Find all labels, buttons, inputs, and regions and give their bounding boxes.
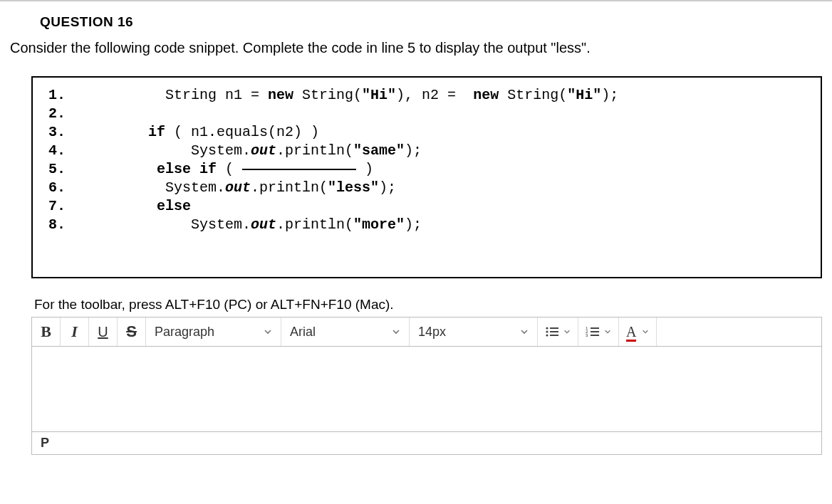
line-number: 5. <box>48 160 80 179</box>
chevron-down-icon <box>392 327 400 336</box>
font-size-select[interactable]: 14px <box>410 317 538 346</box>
text-color-icon: A <box>626 324 636 340</box>
line-number: 6. <box>48 179 80 197</box>
svg-point-0 <box>546 327 548 329</box>
block-format-select[interactable]: Paragraph <box>146 317 281 346</box>
svg-rect-11 <box>591 335 599 336</box>
line-number: 8. <box>48 216 80 234</box>
svg-point-4 <box>546 334 548 336</box>
line-number: 4. <box>48 142 80 160</box>
code-line: else <box>80 197 191 216</box>
rich-text-editor: For the toolbar, press ALT+F10 (PC) or A… <box>31 297 822 455</box>
editor-toolbar: B I U S Paragraph Arial 14px <box>31 317 822 347</box>
bullet-list-button[interactable] <box>538 317 578 346</box>
block-format-label: Paragraph <box>155 325 214 340</box>
code-line: else if ( ) <box>80 160 373 179</box>
chevron-down-icon <box>264 327 272 336</box>
chevron-down-icon <box>642 328 649 335</box>
code-line <box>80 105 88 123</box>
underline-button[interactable]: U <box>89 317 118 346</box>
code-line: System.out.println("more"); <box>80 216 422 234</box>
editor-statusbar: P <box>31 432 822 455</box>
code-line: if ( n1.equals(n2) ) <box>80 123 319 142</box>
question-heading: QUESTION 16 <box>0 1 832 40</box>
svg-rect-5 <box>550 335 558 336</box>
editor-content-area[interactable] <box>31 347 822 432</box>
svg-rect-1 <box>550 327 558 329</box>
chevron-down-icon <box>604 328 611 335</box>
question-prompt: Consider the following code snippet. Com… <box>0 40 832 76</box>
toolbar-help-text: For the toolbar, press ALT+F10 (PC) or A… <box>31 297 822 317</box>
code-line: System.out.println("less"); <box>80 179 396 197</box>
font-family-select[interactable]: Arial <box>281 317 410 346</box>
question-page: QUESTION 16 Consider the following code … <box>0 0 832 455</box>
strikethrough-button[interactable]: S <box>118 317 146 346</box>
fill-blank <box>242 169 356 170</box>
text-color-button[interactable]: A <box>619 317 657 346</box>
svg-rect-9 <box>591 331 599 332</box>
svg-rect-7 <box>591 327 599 329</box>
chevron-down-icon <box>563 328 571 335</box>
bold-button[interactable]: B <box>32 317 61 346</box>
font-size-label: 14px <box>418 325 446 340</box>
code-line: String n1 = new String("Hi"), n2 = new S… <box>80 86 618 105</box>
code-line: System.out.println("same"); <box>80 142 422 160</box>
chevron-down-icon <box>520 327 529 336</box>
numbered-list-button[interactable]: 1 2 3 <box>578 317 619 346</box>
numbered-list-icon: 1 2 3 <box>586 326 600 337</box>
italic-button[interactable]: I <box>61 317 89 346</box>
line-number: 1. <box>48 86 80 105</box>
line-number: 3. <box>48 123 80 142</box>
element-path: P <box>41 436 49 451</box>
svg-text:3: 3 <box>586 333 588 337</box>
svg-rect-3 <box>550 331 558 332</box>
bullet-list-icon <box>545 326 559 337</box>
font-family-label: Arial <box>290 325 316 340</box>
line-number: 2. <box>48 105 80 123</box>
code-snippet: 1. String n1 = new String("Hi"), n2 = ne… <box>31 76 822 278</box>
line-number: 7. <box>48 197 80 216</box>
svg-point-2 <box>546 330 548 332</box>
